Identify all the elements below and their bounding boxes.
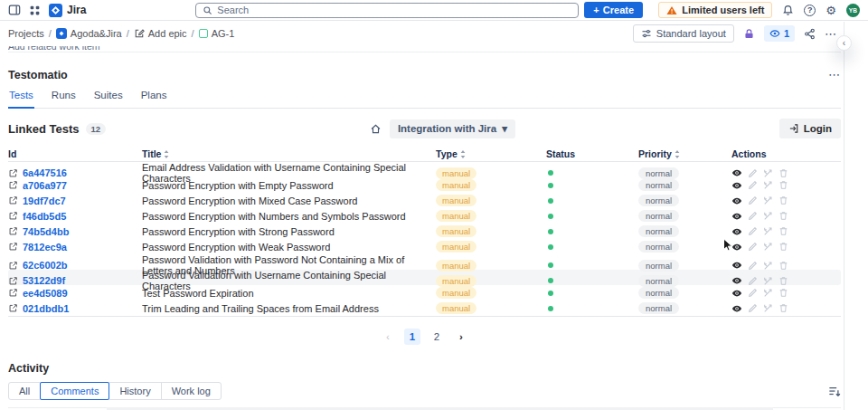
test-id-link[interactable]: 021dbdb1 xyxy=(23,303,69,314)
test-id-link[interactable]: 53122d9f xyxy=(23,275,65,286)
activity-tab-history[interactable]: History xyxy=(108,382,161,400)
edit-pencil-icon[interactable] xyxy=(748,195,758,205)
app-switcher-icon[interactable] xyxy=(29,5,41,16)
tab-runs[interactable]: Runs xyxy=(51,90,77,108)
run-test-icon[interactable] xyxy=(763,226,773,236)
table-row[interactable]: 19df7dc7 Password Encryption with Mixed … xyxy=(8,193,841,208)
test-id-link[interactable]: a706a977 xyxy=(23,180,67,191)
tab-tests[interactable]: Tests xyxy=(8,90,34,109)
view-test-eye-icon[interactable] xyxy=(731,196,742,205)
delete-trash-icon[interactable] xyxy=(778,303,788,313)
activity-tab-comments[interactable]: Comments xyxy=(40,382,109,400)
column-header-status[interactable]: Status xyxy=(546,148,638,159)
create-button[interactable]: + Create xyxy=(584,2,643,18)
run-test-icon[interactable] xyxy=(763,288,773,298)
pagination-page-1[interactable]: 1 xyxy=(404,329,420,345)
activity-tab-worklog[interactable]: Work log xyxy=(161,382,222,400)
run-test-icon[interactable] xyxy=(763,168,773,178)
run-test-icon[interactable] xyxy=(763,303,773,313)
project-selector-dropdown[interactable]: Integration with Jira ▾ xyxy=(390,119,515,138)
run-test-icon[interactable] xyxy=(763,261,773,271)
delete-trash-icon[interactable] xyxy=(778,226,788,236)
test-id-link[interactable]: 19df7dc7 xyxy=(23,195,66,206)
lock-icon[interactable] xyxy=(743,28,755,40)
test-id-link[interactable]: 6a447516 xyxy=(23,167,67,178)
issue-more-icon[interactable]: ⋯ xyxy=(825,27,837,41)
delete-trash-icon[interactable] xyxy=(778,168,788,178)
watchers-button[interactable]: 1 xyxy=(764,25,795,42)
table-row[interactable]: 6a447516 Email Address Validation with U… xyxy=(8,162,841,177)
collapse-panel-chevron-icon[interactable]: ‹ xyxy=(836,35,852,51)
pagination-prev-icon[interactable]: ‹ xyxy=(380,329,396,345)
table-row[interactable]: a706a977 Password Encryption with Empty … xyxy=(8,177,841,193)
view-test-eye-icon[interactable] xyxy=(731,276,742,285)
delete-trash-icon[interactable] xyxy=(778,242,788,252)
edit-pencil-icon[interactable] xyxy=(748,303,758,313)
edit-pencil-icon[interactable] xyxy=(748,168,758,178)
pagination-page-2[interactable]: 2 xyxy=(429,329,445,345)
delete-trash-icon[interactable] xyxy=(778,195,788,205)
delete-trash-icon[interactable] xyxy=(778,261,788,271)
edit-pencil-icon[interactable] xyxy=(748,180,758,190)
view-test-eye-icon[interactable] xyxy=(731,168,742,177)
testomatio-more-icon[interactable]: ⋯ xyxy=(828,68,841,81)
user-avatar[interactable]: YB xyxy=(846,4,860,17)
search-input[interactable]: Search xyxy=(195,3,579,18)
breadcrumb-project[interactable]: Agoda&Jira xyxy=(56,28,122,39)
breadcrumb-projects[interactable]: Projects xyxy=(8,28,44,39)
login-button[interactable]: Login xyxy=(779,119,841,138)
column-header-title[interactable]: Title xyxy=(142,148,436,159)
column-header-type[interactable]: Type xyxy=(436,148,546,159)
delete-trash-icon[interactable] xyxy=(778,211,788,221)
edit-pencil-icon[interactable] xyxy=(748,288,758,298)
edit-pencil-icon[interactable] xyxy=(748,261,758,271)
column-header-id[interactable]: Id xyxy=(8,148,142,159)
settings-gear-icon[interactable]: ⚙ xyxy=(826,5,836,16)
sidebar-toggle-icon[interactable] xyxy=(8,4,21,16)
view-test-eye-icon[interactable] xyxy=(731,181,742,190)
jira-logo[interactable]: Jira xyxy=(49,4,86,17)
table-row[interactable]: 53122d9f Password Validation with Userna… xyxy=(8,270,841,285)
activity-sort-icon[interactable] xyxy=(828,386,841,397)
share-icon[interactable] xyxy=(804,28,816,40)
run-test-icon[interactable] xyxy=(763,195,773,205)
edit-pencil-icon[interactable] xyxy=(748,242,758,252)
view-test-eye-icon[interactable] xyxy=(731,243,742,252)
breadcrumb-add-epic[interactable]: Add epic xyxy=(134,28,187,39)
run-test-icon[interactable] xyxy=(763,211,773,221)
test-id-link[interactable]: 74b5d4bb xyxy=(23,226,69,237)
view-test-eye-icon[interactable] xyxy=(731,289,742,298)
edit-pencil-icon[interactable] xyxy=(748,211,758,221)
run-test-icon[interactable] xyxy=(763,180,773,190)
view-test-eye-icon[interactable] xyxy=(731,227,742,236)
standard-layout-button[interactable]: Standard layout xyxy=(633,24,734,43)
column-header-priority[interactable]: Priority xyxy=(638,148,731,159)
limited-users-warning-button[interactable]: Limited users left xyxy=(658,2,772,18)
run-test-icon[interactable] xyxy=(763,242,773,252)
test-id-link[interactable]: ee4d5089 xyxy=(23,288,68,299)
notifications-bell-icon[interactable] xyxy=(782,5,794,16)
home-icon[interactable] xyxy=(370,123,382,135)
breadcrumb-issue-key[interactable]: AG-1 xyxy=(199,28,235,39)
help-icon[interactable]: ? xyxy=(804,5,816,16)
view-test-eye-icon[interactable] xyxy=(731,212,742,221)
test-id-link[interactable]: 62c6002b xyxy=(23,260,68,271)
table-row[interactable]: 021dbdb1 Trim Leading and Trailing Space… xyxy=(8,300,841,316)
delete-trash-icon[interactable] xyxy=(778,180,788,190)
edit-pencil-icon[interactable] xyxy=(748,226,758,236)
run-test-icon[interactable] xyxy=(763,276,773,286)
delete-trash-icon[interactable] xyxy=(778,288,788,298)
table-row[interactable]: 62c6002b Password Validation with Passwo… xyxy=(8,254,841,270)
table-row[interactable]: ee4d5089 Test Password Expiration manual… xyxy=(8,285,841,300)
table-row[interactable]: f46db5d5 Password Encryption with Number… xyxy=(8,208,841,224)
view-test-eye-icon[interactable] xyxy=(731,261,742,270)
table-row[interactable]: 7812ec9a Password Encryption with Weak P… xyxy=(8,239,841,254)
test-id-link[interactable]: f46db5d5 xyxy=(23,211,66,222)
test-id-link[interactable]: 7812ec9a xyxy=(23,242,67,253)
table-row[interactable]: 74b5d4bb Password Encryption with Strong… xyxy=(8,224,841,239)
view-test-eye-icon[interactable] xyxy=(731,304,742,313)
pagination-next-icon[interactable]: › xyxy=(453,329,469,345)
edit-pencil-icon[interactable] xyxy=(748,276,758,286)
tab-plans[interactable]: Plans xyxy=(140,90,168,108)
tab-suites[interactable]: Suites xyxy=(93,90,124,108)
